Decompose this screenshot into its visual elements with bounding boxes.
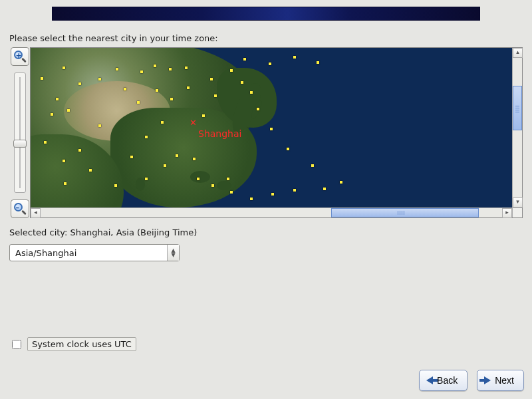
city-dot[interactable]: [44, 141, 47, 144]
city-dot[interactable]: [323, 188, 326, 190]
city-dot[interactable]: [176, 154, 178, 157]
city-dot[interactable]: [187, 86, 190, 89]
selected-city-text: Selected city: Shanghai, Asia (Beijing T…: [9, 227, 523, 237]
city-dot[interactable]: [185, 66, 188, 69]
city-dot[interactable]: [202, 114, 205, 117]
city-dot[interactable]: [287, 148, 289, 150]
city-dot[interactable]: [63, 66, 65, 69]
city-dot[interactable]: [161, 121, 164, 124]
city-dot[interactable]: [98, 124, 101, 127]
map-area: + –: [9, 47, 523, 218]
city-dot[interactable]: [170, 98, 173, 100]
city-dot[interactable]: [214, 94, 217, 97]
city-dot[interactable]: [230, 69, 233, 72]
zoom-out-button[interactable]: –: [11, 200, 29, 218]
zoom-slider-thumb[interactable]: [13, 140, 27, 148]
scrollbar-corner: [512, 207, 522, 217]
city-dot[interactable]: [67, 109, 70, 112]
next-button[interactable]: Next: [477, 370, 524, 391]
city-dot[interactable]: [78, 149, 81, 152]
zoom-out-icon: –: [13, 202, 27, 215]
next-button-label: Next: [495, 375, 514, 386]
city-dot[interactable]: [137, 101, 140, 104]
utc-checkbox[interactable]: [12, 340, 21, 349]
city-dot[interactable]: [257, 108, 259, 110]
city-dot[interactable]: [311, 164, 314, 167]
zoom-slider[interactable]: [14, 72, 26, 193]
city-dot[interactable]: [293, 189, 296, 192]
timezone-select[interactable]: Asia/Shanghai ▲▼: [9, 244, 180, 261]
world-map[interactable]: ✕ Shanghai: [31, 48, 512, 207]
city-dot[interactable]: [250, 91, 253, 94]
city-dot[interactable]: [98, 78, 101, 80]
arrow-right-icon: [484, 376, 491, 384]
city-dot[interactable]: [116, 68, 118, 70]
city-dot[interactable]: [89, 169, 92, 172]
hscroll-thumb[interactable]: [331, 208, 479, 217]
city-dot[interactable]: [130, 156, 133, 158]
city-dot[interactable]: [269, 63, 271, 65]
city-dot[interactable]: [63, 160, 65, 162]
city-dot[interactable]: [230, 191, 233, 194]
wizard-nav: Back Next: [419, 370, 524, 391]
city-dot[interactable]: [340, 181, 342, 184]
scroll-left-button[interactable]: ◂: [31, 208, 41, 218]
city-dot[interactable]: [64, 182, 66, 185]
city-dot[interactable]: [154, 65, 156, 67]
city-dot[interactable]: [114, 184, 117, 187]
back-button[interactable]: Back: [419, 370, 467, 391]
header-banner: [52, 7, 480, 21]
city-dot[interactable]: [243, 58, 246, 61]
city-dot[interactable]: [169, 68, 172, 70]
city-dot[interactable]: [78, 82, 81, 85]
scroll-right-button[interactable]: ▸: [502, 208, 512, 218]
city-dot[interactable]: [293, 56, 296, 59]
city-dot[interactable]: [197, 178, 200, 180]
city-dot[interactable]: [124, 88, 126, 90]
city-dot[interactable]: [250, 198, 253, 200]
zoom-in-button[interactable]: +: [11, 47, 29, 66]
city-dot[interactable]: [317, 61, 319, 64]
city-dot[interactable]: [56, 98, 59, 100]
city-dot[interactable]: [51, 113, 53, 116]
map-horizontal-scrollbar[interactable]: ◂ ▸: [31, 207, 512, 217]
city-dot[interactable]: [270, 128, 273, 130]
zoom-in-icon: +: [13, 50, 27, 63]
zoom-controls: + –: [9, 47, 30, 218]
prompt-text: Please select the nearest city in your t…: [9, 33, 523, 43]
scroll-up-button[interactable]: ▴: [513, 48, 523, 58]
city-dot[interactable]: [156, 89, 158, 92]
city-dot[interactable]: [164, 164, 166, 167]
vscroll-thumb[interactable]: [513, 86, 522, 130]
selected-city-marker: ✕: [190, 118, 197, 128]
selected-city-label: Shanghai: [198, 128, 241, 139]
map-vertical-scrollbar[interactable]: ▴ ▾: [512, 48, 522, 207]
arrow-left-icon: [426, 376, 433, 384]
hscroll-track[interactable]: [41, 208, 502, 217]
city-dot[interactable]: [145, 136, 148, 138]
utc-checkbox-label[interactable]: System clock uses UTC: [27, 337, 136, 351]
timezone-select-value: Asia/Shanghai: [10, 248, 167, 258]
back-button-label: Back: [437, 375, 458, 386]
city-dot[interactable]: [145, 178, 148, 180]
city-dot[interactable]: [227, 178, 229, 180]
city-dot[interactable]: [271, 193, 274, 196]
scroll-down-button[interactable]: ▾: [513, 198, 523, 207]
vscroll-track[interactable]: [513, 58, 522, 198]
city-dot[interactable]: [193, 158, 196, 160]
city-dot[interactable]: [241, 81, 243, 84]
select-stepper-icon[interactable]: ▲▼: [167, 245, 179, 261]
city-dot[interactable]: [210, 78, 213, 80]
city-dot[interactable]: [140, 70, 143, 73]
city-dot[interactable]: [211, 184, 214, 187]
map-frame: ✕ Shanghai ▴ ▾ ◂ ▸: [30, 47, 523, 218]
city-dot[interactable]: [41, 77, 43, 80]
